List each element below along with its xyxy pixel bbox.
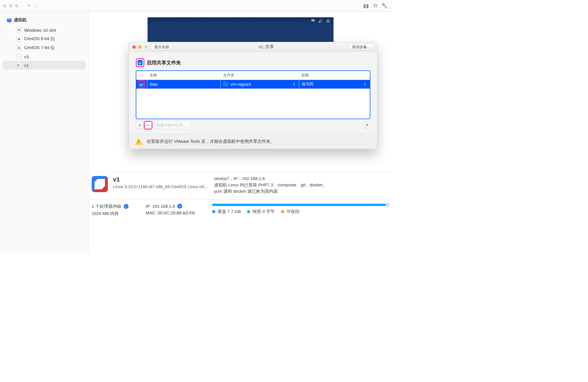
vmware-app-icon bbox=[92, 176, 108, 192]
power-icon: ⏻ bbox=[326, 19, 330, 23]
col-folder: 文件夹 bbox=[221, 71, 299, 80]
sidebar-item-label: CentOS 8 64 位 bbox=[24, 36, 55, 42]
sheet-titlebar: 显示全部 v1: 共享 添加设备... bbox=[129, 42, 377, 52]
sidebar-item-centos-7-64-位[interactable]: ◆CentOS 7 64 位 bbox=[3, 43, 86, 52]
mac-label: MAC: 00:0C:29:88:AD:F8 bbox=[146, 210, 195, 215]
table-footer: + − 在客户机中打开... ? bbox=[136, 119, 370, 130]
sidebar-item-v1[interactable]: ▶v1 bbox=[3, 61, 86, 70]
open-in-guest-label: 在客户机中打开... bbox=[157, 123, 186, 128]
sheet-warning-bar: 在安装并运行 VMware Tools 后，才能在虚拟机中使用共享文件夹。 bbox=[129, 134, 377, 149]
sheet-content: 启用共享文件夹 ... 名称 文件夹 权限 datavm-vagrant▴▾读与… bbox=[129, 52, 377, 134]
sidebar-item-label: v1 bbox=[24, 63, 29, 68]
sidebar-item-label: CentOS 7 64 位 bbox=[24, 45, 55, 50]
settings-button[interactable]: 🔧 bbox=[381, 2, 388, 10]
plus-icon: + bbox=[138, 122, 142, 128]
chevron-down-icon: ⌄ bbox=[34, 3, 37, 8]
guest-menubar: ᚙ 🔊 ⏻ bbox=[148, 17, 333, 25]
vm-desc-line-1: centos7，IP：192.168.1.6 bbox=[214, 176, 324, 181]
show-all-button[interactable]: 显示全部 bbox=[150, 44, 173, 50]
traffic-zoom[interactable] bbox=[15, 4, 18, 8]
sidebar-item-label: Windows 10 x64 bbox=[24, 28, 56, 33]
open-in-guest-button: 在客户机中打开... bbox=[153, 121, 190, 129]
vm-summary: v1 Linux 3.10.0-1160.el7.x86_64 CentOS L… bbox=[89, 172, 392, 195]
body-split: 虚拟机 ⊞Windows 10 x64◆CentOS 8 64 位◆CentOS… bbox=[0, 12, 392, 255]
wrench-icon: 🔧 bbox=[381, 3, 388, 9]
vm-screen-preview[interactable]: ᚙ 🔊 ⏻ bbox=[148, 17, 333, 45]
network-icon: ᚙ bbox=[311, 19, 315, 23]
snapshot-icon: ⧉ bbox=[374, 3, 377, 9]
disk-usage-bar[interactable] bbox=[212, 204, 389, 206]
legend-snapshot: 快照 0 字节 bbox=[252, 209, 275, 214]
add-device-button[interactable]: 添加设备... bbox=[348, 44, 374, 50]
legend-disk: 硬盘 7.7 GB bbox=[218, 209, 241, 214]
shared-folders-table: ... 名称 文件夹 权限 datavm-vagrant▴▾读与写▴▾ bbox=[136, 70, 370, 119]
vm-library-icon bbox=[7, 18, 12, 22]
vm-file-icon: ◆ bbox=[17, 36, 21, 42]
vm-stats: 1 个处理器内核 i 1024 MB 内存 IP: 192.168.1.6 i … bbox=[89, 199, 392, 219]
help-button[interactable]: ? bbox=[363, 122, 370, 129]
highlight-annotation bbox=[136, 58, 144, 67]
row-enable-checkbox[interactable] bbox=[139, 82, 144, 87]
col-perm: 权限 bbox=[299, 71, 370, 80]
sharing-settings-sheet: 显示全部 v1: 共享 添加设备... 启用共享文件夹 bbox=[129, 42, 378, 149]
folder-dropdown-caret[interactable]: ▴▾ bbox=[293, 82, 295, 86]
sidebar-item-windows-10-x64[interactable]: ⊞Windows 10 x64 bbox=[3, 26, 86, 34]
vm-desc-line-3: yum 源和 docker 源已换为国内源 bbox=[214, 189, 324, 194]
disk-legend: 硬盘 7.7 GB 快照 0 字节 可收回 bbox=[212, 209, 389, 214]
vm-desc-line-2: 虚拟机 Linux 内已安装 PHP7.3、composer、git、docke… bbox=[214, 182, 324, 188]
traffic-close[interactable] bbox=[3, 4, 6, 8]
snapshot-button[interactable]: ⧉ bbox=[372, 2, 379, 10]
help-icon: ? bbox=[366, 123, 368, 128]
vm-name: v1 bbox=[113, 176, 208, 183]
sidebar-header: 虚拟机 bbox=[0, 16, 88, 24]
sheet-zoom-button bbox=[144, 45, 148, 49]
remove-folder-button[interactable]: − bbox=[145, 122, 152, 129]
memory-row: 1024 MB 内存 bbox=[92, 211, 129, 216]
pause-button[interactable]: ▮▮ bbox=[362, 2, 370, 10]
table-header: ... 名称 文件夹 权限 bbox=[136, 71, 370, 80]
row-permission: 读与写 bbox=[301, 82, 314, 87]
cpu-label: 1 个处理器内核 bbox=[92, 204, 121, 209]
sidebar-item-label: v3 bbox=[24, 54, 29, 59]
sheet-title: v1: 共享 bbox=[187, 44, 345, 50]
main-toolbar: + ⌄ ▮▮ ⧉ 🔧 bbox=[0, 0, 392, 12]
ip-row[interactable]: IP: 192.168.1.6 i bbox=[146, 204, 195, 209]
sheet-minimize-button[interactable] bbox=[138, 45, 142, 49]
enable-sharing-checkbox[interactable] bbox=[137, 60, 143, 65]
table-body: datavm-vagrant▴▾读与写▴▾ bbox=[136, 80, 370, 119]
sheet-close-button[interactable] bbox=[132, 45, 136, 49]
new-vm-menu-caret[interactable]: ⌄ bbox=[32, 2, 39, 10]
highlight-annotation bbox=[138, 80, 145, 88]
col-on: ... bbox=[136, 71, 147, 80]
row-folder: vm-vagrant bbox=[231, 82, 251, 87]
table-row[interactable]: datavm-vagrant▴▾读与写▴▾ bbox=[136, 80, 370, 89]
highlight-annotation: − bbox=[144, 121, 152, 130]
traffic-minimize[interactable] bbox=[9, 4, 12, 8]
sidebar-item-centos-8-64-位[interactable]: ◆CentOS 8 64 位 bbox=[3, 34, 86, 43]
warning-text: 在安装并运行 VMware Tools 后，才能在虚拟机中使用共享文件夹。 bbox=[147, 139, 275, 144]
permission-dropdown-caret[interactable]: ▴▾ bbox=[364, 82, 366, 86]
plus-icon: + bbox=[27, 3, 31, 9]
sidebar: 虚拟机 ⊞Windows 10 x64◆CentOS 8 64 位◆CentOS… bbox=[0, 12, 89, 255]
add-folder-button[interactable]: + bbox=[136, 121, 144, 129]
cpu-row[interactable]: 1 个处理器内核 i bbox=[92, 204, 129, 209]
folder-icon bbox=[223, 82, 228, 86]
info-icon: i bbox=[124, 204, 129, 209]
pause-icon: ▮▮ bbox=[363, 3, 369, 9]
vm-file-icon: ⋯ bbox=[17, 54, 21, 59]
row-name: data bbox=[150, 82, 157, 87]
sidebar-item-v3[interactable]: ⋯v3 bbox=[3, 52, 86, 61]
legend-swatch-disk bbox=[212, 210, 215, 213]
sidebar-header-label: 虚拟机 bbox=[14, 17, 27, 23]
vm-os-version: Linux 3.10.0-1160.el7.x86_64 CentOS Linu… bbox=[113, 184, 208, 189]
main-area: ᚙ 🔊 ⏻ 显示全部 v1: 共享 bbox=[89, 12, 392, 255]
legend-swatch-reclaim bbox=[281, 210, 284, 213]
enable-sharing-row: 启用共享文件夹 bbox=[136, 58, 370, 67]
sound-icon: 🔊 bbox=[318, 19, 323, 23]
app-window: + ⌄ ▮▮ ⧉ 🔧 虚拟机 ⊞Windows 10 x64◆CentOS 8 … bbox=[0, 0, 392, 255]
mac-row: MAC: 00:0C:29:88:AD:F8 bbox=[146, 210, 195, 215]
window-traffic-lights bbox=[3, 4, 18, 8]
enable-sharing-label: 启用共享文件夹 bbox=[147, 59, 181, 66]
sidebar-items: ⊞Windows 10 x64◆CentOS 8 64 位◆CentOS 7 6… bbox=[0, 24, 88, 70]
vm-file-icon: ⊞ bbox=[17, 27, 21, 33]
